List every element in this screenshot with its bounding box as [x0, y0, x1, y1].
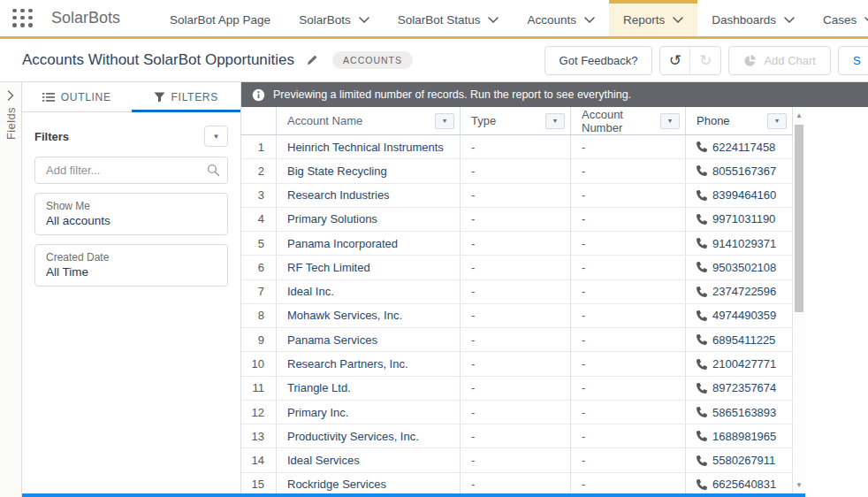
scrollbar-thumb[interactable] [795, 125, 803, 312]
phone-number: 2374722596 [712, 285, 776, 298]
type-cell: - [461, 304, 571, 327]
filter-funnel-icon [154, 92, 165, 103]
phone-icon [697, 141, 707, 152]
account-name-cell: RF Tech Limited [277, 256, 461, 279]
type-cell: - [461, 448, 571, 471]
table-row: 8 Mohawk Services, Inc. - - 4974490359 [241, 304, 793, 328]
type-cell: - [461, 159, 571, 182]
phone-cell: 9503502108 [686, 256, 793, 279]
column-header-phone[interactable]: Phone ▼ [686, 107, 793, 134]
account-name-cell: Ideal Services [277, 448, 461, 471]
tab-filters[interactable]: FILTERS [132, 82, 241, 111]
table-row: 14 Ideal Services - - 5580267911 [241, 448, 793, 472]
table-row: 10 Research Partners, Inc. - - 210042777… [241, 352, 793, 376]
table-row: 3 Research Industries - - 8399464160 [241, 184, 793, 208]
column-menu-button[interactable]: ▼ [545, 113, 565, 129]
column-header-account-name[interactable]: Account Name ▼ [277, 107, 461, 134]
row-number-cell: 3 [241, 184, 277, 207]
scroll-up-arrow[interactable]: ▲ [793, 110, 805, 121]
nav-tab-label: Accounts [527, 13, 576, 27]
column-menu-button[interactable]: ▼ [435, 113, 454, 129]
column-header-type[interactable]: Type ▼ [461, 107, 571, 134]
nav-tab[interactable]: Cases [809, 0, 868, 36]
filters-menu-button[interactable]: ▼ [204, 126, 228, 147]
phone-number: 6625640831 [712, 478, 776, 491]
info-icon [252, 88, 265, 102]
add-filter-input[interactable] [34, 157, 228, 184]
nav-tab-label: Cases [823, 13, 857, 27]
phone-icon [697, 190, 707, 201]
column-header-account-number[interactable]: Account Number ▼ [571, 107, 686, 134]
nav-tabs: SolarBot App Page SolarBots SolarBot Sta… [156, 0, 868, 36]
phone-cell: 2100427771 [686, 352, 793, 375]
phone-icon [697, 262, 707, 272]
sidebar-tabs: OUTLINE FILTERS [22, 82, 240, 112]
nav-tab[interactable]: SolarBot Status [384, 0, 514, 36]
type-cell: - [461, 184, 571, 207]
type-cell: - [461, 256, 571, 279]
phone-cell: 5580267911 [686, 448, 793, 471]
account-number-cell: - [571, 280, 686, 303]
account-number-cell: - [571, 448, 686, 471]
header-actions: Got Feedback? ↺ ↻ Add Chart S [544, 46, 868, 75]
row-number-cell: 7 [241, 280, 277, 303]
row-number-header [241, 107, 277, 134]
chevron-down-icon [784, 17, 795, 23]
pencil-icon [306, 54, 318, 66]
type-cell: - [461, 232, 571, 255]
nav-tab[interactable]: Dashboards [697, 0, 809, 36]
table-row: 13 Productivity Services, Inc. - - 16889… [241, 424, 793, 448]
fields-panel-toggle[interactable]: Fields [0, 82, 22, 497]
global-nav: SolarBots SolarBot App Page SolarBots So… [0, 0, 868, 39]
app-launcher-icon[interactable] [12, 9, 34, 28]
preview-banner: Previewing a limited number of records. … [241, 82, 868, 107]
nav-tab[interactable]: Accounts [513, 0, 609, 36]
fields-panel-label: Fields [4, 107, 18, 140]
got-feedback-button[interactable]: Got Feedback? [544, 46, 653, 75]
nav-tab[interactable]: Reports [609, 0, 697, 36]
tab-filters-label: FILTERS [171, 91, 218, 103]
save-button-partial[interactable]: S [838, 46, 868, 75]
account-number-cell: - [571, 401, 686, 424]
tab-outline-label: OUTLINE [61, 91, 111, 103]
account-name-cell: Primary Inc. [277, 401, 461, 424]
account-name-cell: Ideal Inc. [277, 280, 461, 303]
table-row: 9 Panama Services - - 6895411225 [241, 328, 793, 352]
phone-icon [697, 310, 707, 321]
nav-tab[interactable]: SolarBots [285, 0, 384, 36]
account-name-cell: Primary Solutions [277, 208, 461, 231]
edit-title-button[interactable] [306, 54, 318, 66]
account-name-cell: Heinrich Technical Instruments [277, 135, 461, 158]
nav-tab[interactable]: SolarBot App Page [156, 0, 285, 36]
phone-number: 6224117458 [712, 141, 775, 154]
account-name-cell: Research Industries [277, 184, 461, 207]
tab-outline[interactable]: OUTLINE [22, 82, 132, 111]
table-scrollbar: ▲ ▼ [793, 107, 805, 497]
account-number-cell: - [571, 304, 686, 327]
object-badge: ACCOUNTS [332, 51, 413, 69]
type-cell: - [461, 135, 571, 158]
column-menu-button[interactable]: ▼ [660, 113, 680, 129]
scroll-down-arrow[interactable]: ▼ [793, 479, 805, 491]
phone-number: 1688981965 [712, 430, 776, 443]
filter-card[interactable]: Created Date All Time [34, 244, 228, 287]
type-cell: - [461, 352, 571, 375]
row-number-cell: 2 [241, 159, 277, 182]
table-row: 1 Heinrich Technical Instruments - - 622… [241, 135, 793, 159]
type-cell: - [461, 401, 571, 424]
phone-icon [697, 165, 707, 176]
report-header: Accounts Without SolarBot Opportunities … [0, 39, 868, 82]
nav-tab-label: SolarBots [299, 13, 351, 27]
account-name-cell: Triangle Ltd. [277, 377, 461, 400]
row-number-cell: 8 [241, 304, 277, 327]
phone-icon [697, 214, 707, 225]
nav-tab-label: SolarBot App Page [170, 13, 270, 27]
phone-icon [697, 383, 707, 394]
column-menu-button[interactable]: ▼ [767, 113, 787, 129]
filter-card[interactable]: Show Me All accounts [34, 193, 228, 235]
undo-button[interactable]: ↺ [660, 47, 690, 74]
type-cell: - [461, 280, 571, 303]
type-cell: - [461, 424, 571, 447]
row-number-cell: 11 [241, 377, 277, 400]
row-number-cell: 9 [241, 328, 277, 351]
